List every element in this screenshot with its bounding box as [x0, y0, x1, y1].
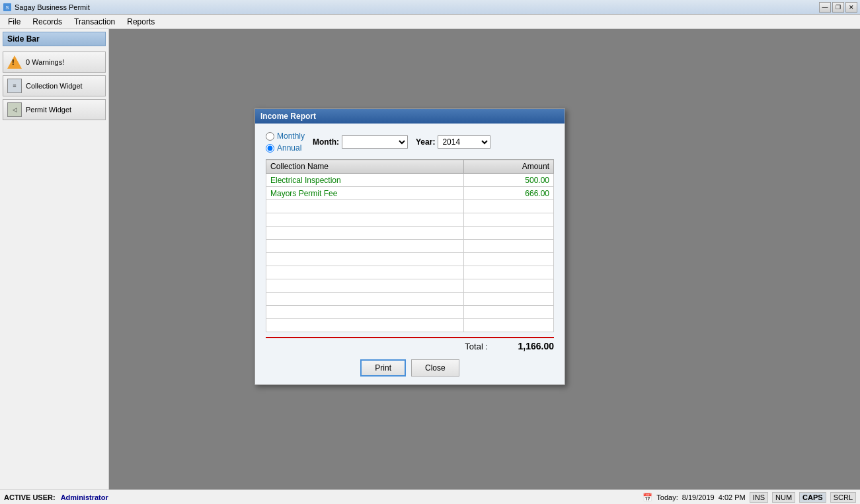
- annual-radio[interactable]: [266, 144, 274, 153]
- col-collection-name: Collection Name: [266, 160, 464, 174]
- close-button[interactable]: ✕: [845, 2, 857, 13]
- month-group: Month: January February March April May …: [313, 135, 408, 149]
- menu-transaction[interactable]: Transaction: [69, 16, 120, 28]
- table-row-empty: [266, 253, 554, 266]
- today-label: Today:: [656, 493, 678, 501]
- total-row: Total : 1,166.00: [266, 337, 554, 354]
- dialog-buttons: Print Close: [266, 359, 554, 377]
- table-row-empty: [266, 293, 554, 306]
- dialog-title: Income Report: [260, 112, 316, 121]
- app-icon: S: [3, 3, 12, 12]
- table-row-empty: [266, 266, 554, 279]
- table-row: Mayors Permit Fee666.00: [266, 187, 554, 200]
- collection-name-cell: Electrical Inspection: [266, 174, 464, 187]
- table-row: Electrical Inspection500.00: [266, 174, 554, 187]
- collection-widget-icon: ≡: [7, 79, 22, 93]
- window-controls: — ❐ ✕: [819, 2, 857, 13]
- monthly-label: Monthly: [277, 131, 305, 141]
- collection-name-cell: Mayors Permit Fee: [266, 187, 464, 200]
- warnings-button[interactable]: 0 Warnings!: [3, 52, 106, 73]
- mode-radio-group: Monthly Annual: [266, 131, 305, 153]
- restore-button[interactable]: ❐: [832, 2, 844, 13]
- annual-label: Annual: [277, 143, 301, 153]
- table-row-empty: [266, 213, 554, 227]
- date-value: 8/19/2019: [682, 493, 715, 501]
- table-row-empty: [266, 227, 554, 240]
- calendar-icon: 📅: [643, 493, 652, 502]
- year-select[interactable]: 2012 2013 2014 2015 2016: [438, 135, 490, 149]
- warning-icon: [7, 55, 22, 69]
- amount-cell: 666.00: [464, 187, 554, 200]
- minimize-button[interactable]: —: [819, 2, 831, 13]
- svg-text:S: S: [5, 5, 9, 11]
- month-label: Month:: [313, 137, 339, 147]
- menu-bar: File Records Transaction Reports: [0, 15, 860, 29]
- collection-widget-label: Collection Widget: [26, 82, 83, 90]
- year-group: Year: 2012 2013 2014 2015 2016: [416, 135, 490, 149]
- caps-indicator: CAPS: [799, 492, 826, 503]
- permit-widget-icon: ◁: [7, 102, 22, 117]
- permit-widget-label: Permit Widget: [26, 106, 71, 114]
- table-row-empty: [266, 240, 554, 253]
- table-row-empty: [266, 200, 554, 213]
- status-right: 📅 Today: 8/19/2019 4:02 PM INS NUM CAPS …: [643, 492, 856, 503]
- dialog-body: Monthly Annual Month: January February: [255, 124, 565, 384]
- main-layout: Side Bar 0 Warnings! ≡ Collection Widget…: [0, 29, 860, 489]
- monthly-radio[interactable]: [266, 132, 274, 141]
- report-table: Collection Name Amount Electrical Inspec…: [266, 159, 554, 332]
- sidebar-title: Side Bar: [3, 32, 106, 46]
- title-bar-left: S Sagay Business Permit: [3, 3, 90, 12]
- annual-radio-item[interactable]: Annual: [266, 143, 305, 153]
- sidebar: Side Bar 0 Warnings! ≡ Collection Widget…: [0, 29, 109, 489]
- scrl-indicator: SCRL: [830, 492, 856, 503]
- amount-cell: 500.00: [464, 174, 554, 187]
- table-row-empty: [266, 279, 554, 293]
- status-bar: ACTIVE USER: Administrator 📅 Today: 8/19…: [0, 489, 860, 504]
- active-user-value: Administrator: [61, 493, 108, 501]
- filter-row: Monthly Annual Month: January February: [266, 131, 554, 153]
- num-indicator: NUM: [772, 492, 795, 503]
- warnings-label: 0 Warnings!: [26, 58, 64, 66]
- collection-widget-button[interactable]: ≡ Collection Widget: [3, 75, 106, 96]
- col-amount: Amount: [464, 160, 554, 174]
- ins-indicator: INS: [750, 492, 768, 503]
- menu-records[interactable]: Records: [27, 16, 67, 28]
- menu-reports[interactable]: Reports: [122, 16, 160, 28]
- content-area: Income Report Monthly Annual: [109, 29, 860, 489]
- table-row-empty: [266, 319, 554, 332]
- year-label: Year:: [416, 137, 435, 147]
- total-value: 1,166.00: [501, 341, 554, 351]
- table-row-empty: [266, 306, 554, 319]
- close-button[interactable]: Close: [411, 359, 459, 377]
- time-value: 4:02 PM: [719, 493, 746, 501]
- dialog-title-bar: Income Report: [255, 109, 565, 124]
- permit-widget-button[interactable]: ◁ Permit Widget: [3, 99, 106, 120]
- monthly-radio-item[interactable]: Monthly: [266, 131, 305, 141]
- title-bar: S Sagay Business Permit — ❐ ✕: [0, 0, 860, 15]
- month-select[interactable]: January February March April May June Ju…: [342, 135, 408, 149]
- print-button[interactable]: Print: [360, 359, 406, 377]
- total-label: Total :: [465, 342, 488, 351]
- active-user-label: ACTIVE USER:: [4, 493, 56, 501]
- income-report-dialog: Income Report Monthly Annual: [254, 108, 565, 385]
- menu-file[interactable]: File: [3, 16, 26, 28]
- app-title: Sagay Business Permit: [15, 3, 90, 11]
